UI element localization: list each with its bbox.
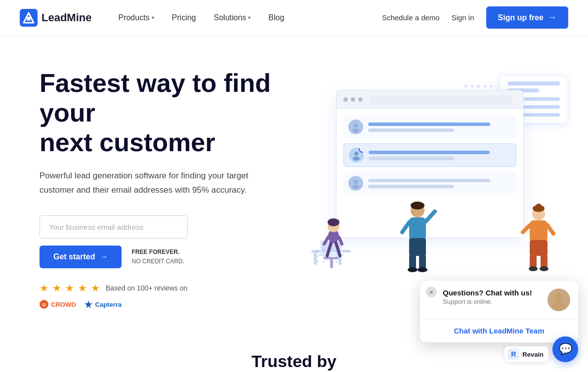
person-standing-orange xyxy=(519,202,558,278)
nav-link-solutions[interactable]: Solutions ▾ xyxy=(207,9,258,26)
hero-illustration xyxy=(296,65,573,312)
svg-point-35 xyxy=(408,267,418,272)
logo-icon xyxy=(20,9,38,27)
sign-up-button[interactable]: Sign up free → xyxy=(486,6,568,29)
star-4-icon: ★ xyxy=(78,282,87,294)
nav-link-pricing[interactable]: Pricing xyxy=(165,9,203,26)
browser-dot-yellow xyxy=(351,97,355,102)
svg-point-39 xyxy=(536,204,542,209)
svg-rect-29 xyxy=(409,217,426,240)
svg-point-11 xyxy=(352,185,359,189)
svg-point-10 xyxy=(354,180,358,184)
list-row-2 xyxy=(343,143,516,167)
list-row-1 xyxy=(343,116,516,138)
nav-link-blog[interactable]: Blog xyxy=(261,9,291,26)
chat-title: Questions? Chat with us! xyxy=(443,289,542,297)
browser-content xyxy=(336,109,523,202)
capterra-badge: Capterra xyxy=(84,300,122,309)
logo-text: LeadMine xyxy=(42,11,91,24)
svg-point-6 xyxy=(354,124,358,127)
chat-action-link[interactable]: Chat with LeadMine Team xyxy=(454,327,544,335)
chat-close-button[interactable]: × xyxy=(426,287,437,297)
logo[interactable]: LeadMine xyxy=(20,9,91,27)
svg-point-9 xyxy=(353,157,360,161)
browser-addressbar xyxy=(371,95,511,103)
chat-agent-avatar xyxy=(547,289,570,311)
nav-right: Schedule a demo Sign in Sign up free → xyxy=(382,6,568,29)
avatar-1 xyxy=(348,120,363,134)
get-started-button[interactable]: Get started → xyxy=(40,246,122,268)
svg-point-22 xyxy=(328,218,339,226)
chat-header: × Questions? Chat with us! Support is on… xyxy=(420,281,578,320)
schedule-demo-link[interactable]: Schedule a demo xyxy=(382,13,440,22)
g2-icon: G xyxy=(40,300,48,309)
reviews-text: Based on 100+ reviews on xyxy=(106,284,187,292)
svg-point-8 xyxy=(354,152,358,156)
review-badges: G CROWD Capterra xyxy=(40,300,296,309)
arrow-icon: → xyxy=(547,12,556,23)
chat-status: Support is online. xyxy=(443,298,542,305)
svg-point-2 xyxy=(27,17,31,21)
cta-arrow-icon: → xyxy=(100,252,108,261)
star-1-icon: ★ xyxy=(40,282,48,294)
trusted-by-title: Trusted by xyxy=(20,352,568,371)
email-input[interactable] xyxy=(40,215,188,239)
browser-dot-green xyxy=(358,97,363,102)
svg-rect-40 xyxy=(530,220,547,242)
person-standing-blue xyxy=(395,197,440,278)
email-form: Get started → FREE FOREVER. NO CREDIT CA… xyxy=(40,215,296,268)
hero-content: Fastest way to find your next customer P… xyxy=(40,69,296,309)
svg-line-31 xyxy=(402,222,409,232)
browser-dot-red xyxy=(343,97,348,102)
svg-point-47 xyxy=(540,266,548,271)
svg-line-30 xyxy=(426,211,435,221)
svg-point-28 xyxy=(411,202,424,209)
capterra-icon xyxy=(84,300,93,309)
star-5-icon: ★ xyxy=(91,282,100,294)
chat-bubble-icon: 💬 xyxy=(559,343,572,356)
chat-widget: × Questions? Chat with us! Support is on… xyxy=(420,281,578,342)
browser-topbar xyxy=(336,90,523,109)
svg-rect-32 xyxy=(409,238,426,256)
nav-link-products[interactable]: Products ▾ xyxy=(111,9,161,26)
chevron-down-icon-2: ▾ xyxy=(248,15,251,20)
illustration xyxy=(296,75,573,302)
chat-body: Chat with LeadMine Team xyxy=(420,320,578,342)
sign-in-link[interactable]: Sign in xyxy=(452,13,474,22)
chat-bubble-button[interactable]: 💬 xyxy=(552,336,578,362)
svg-marker-5 xyxy=(84,300,92,308)
decorative-dots-2 xyxy=(316,250,339,263)
svg-point-7 xyxy=(352,128,359,132)
hero-title: Fastest way to find your next customer xyxy=(40,69,296,157)
avatar-2 xyxy=(349,148,364,163)
avatar-3 xyxy=(348,176,363,191)
free-forever-text: FREE FOREVER. NO CREDIT CARD. xyxy=(131,248,184,266)
svg-point-36 xyxy=(418,267,427,272)
nav-links: Products ▾ Pricing Solutions ▾ Blog xyxy=(111,9,381,26)
svg-text:G: G xyxy=(42,302,45,307)
chevron-down-icon: ▾ xyxy=(152,15,154,20)
form-row: Get started → FREE FOREVER. NO CREDIT CA… xyxy=(40,246,296,268)
revain-badge: R Revain xyxy=(504,346,548,362)
chat-header-text: Questions? Chat with us! Support is onli… xyxy=(428,289,542,305)
hero-subtitle: Powerful lead generation software for fi… xyxy=(40,169,277,198)
star-2-icon: ★ xyxy=(52,282,61,294)
revain-icon: R xyxy=(507,348,519,360)
svg-line-41 xyxy=(523,225,530,232)
g2-crowd-badge: G CROWD xyxy=(40,300,76,309)
list-row-3 xyxy=(343,172,516,195)
svg-line-42 xyxy=(547,225,553,234)
svg-rect-43 xyxy=(530,240,547,256)
main-nav: LeadMine Products ▾ Pricing Solutions ▾ … xyxy=(0,0,588,36)
person-sitting xyxy=(306,211,361,273)
svg-point-46 xyxy=(529,266,538,271)
svg-point-49 xyxy=(552,302,566,310)
svg-point-48 xyxy=(554,293,563,302)
star-3-icon: ★ xyxy=(65,282,74,294)
reviews-row: ★ ★ ★ ★ ★ Based on 100+ reviews on xyxy=(40,282,296,294)
